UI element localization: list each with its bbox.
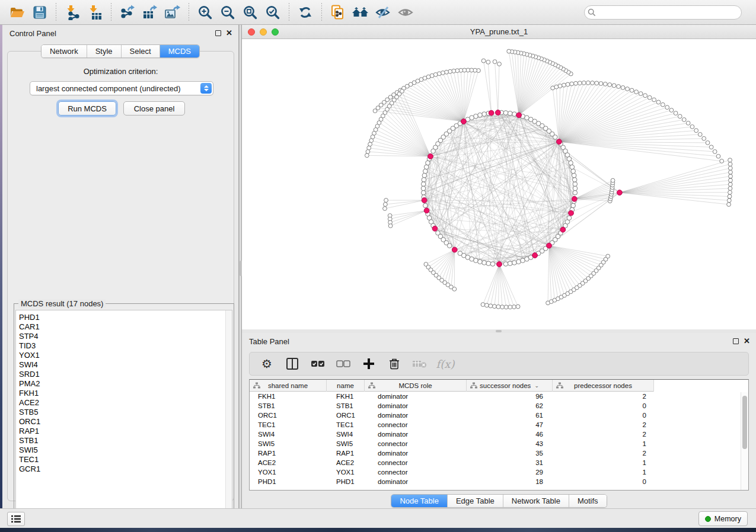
memory-button[interactable]: Memory	[698, 511, 748, 526]
tab-motifs[interactable]: Motifs	[569, 495, 607, 507]
graph-leaf-node[interactable]	[388, 224, 393, 228]
graph-leaf-node[interactable]	[492, 305, 496, 309]
graph-leaf-node[interactable]	[595, 81, 599, 85]
table-cell[interactable]: YOX1	[250, 469, 327, 476]
table-cell[interactable]: SWI5	[250, 440, 327, 447]
select-all-icon[interactable]	[310, 356, 326, 371]
graph-edge[interactable]	[430, 156, 575, 180]
mcds-result-item[interactable]: TEC1	[19, 455, 232, 464]
table-cell[interactable]: dominator	[365, 431, 467, 438]
graph-node[interactable]	[482, 112, 487, 117]
graph-node[interactable]	[573, 191, 578, 196]
table-cell[interactable]: dominator	[365, 450, 467, 457]
mcds-result-item[interactable]: RAP1	[19, 427, 232, 436]
graph-edge[interactable]	[425, 206, 454, 250]
mcds-result-item[interactable]: SWI4	[19, 360, 232, 370]
table-cell[interactable]: STB1	[250, 402, 327, 409]
graph-edge[interactable]	[559, 89, 627, 142]
graph-leaf-node[interactable]	[603, 82, 607, 86]
graph-hub-node[interactable]	[497, 262, 502, 267]
mcds-result-item[interactable]: ACE2	[19, 398, 232, 408]
graph-hub-node[interactable]	[569, 210, 574, 216]
graph-leaf-node[interactable]	[516, 305, 520, 309]
graph-leaf-node[interactable]	[608, 83, 612, 87]
graph-edge[interactable]	[399, 94, 430, 156]
graph-node[interactable]	[424, 165, 429, 169]
tab-node-table[interactable]: Node Table	[391, 495, 448, 507]
graph-leaf-node[interactable]	[496, 305, 500, 309]
graph-leaf-node[interactable]	[497, 62, 502, 66]
mcds-result-item[interactable]: STB5	[19, 408, 232, 417]
graph-leaf-node[interactable]	[366, 150, 370, 154]
open-file-icon[interactable]	[8, 4, 26, 21]
graph-leaf-node[interactable]	[486, 60, 490, 64]
table-cell[interactable]: RAP1	[327, 450, 365, 457]
graph-edge[interactable]	[559, 102, 659, 142]
run-mcds-button[interactable]: Run MCDS	[58, 101, 116, 116]
table-cell[interactable]: dominator	[365, 402, 467, 409]
graph-edge[interactable]	[376, 130, 430, 156]
graph-leaf-node[interactable]	[716, 154, 720, 158]
graph-leaf-node[interactable]	[729, 178, 733, 182]
graph-hub-node[interactable]	[432, 226, 438, 231]
graph-leaf-node[interactable]	[554, 85, 559, 89]
delete-column-icon[interactable]	[387, 356, 402, 371]
graph-leaf-node[interactable]	[702, 136, 706, 140]
graph-edge[interactable]	[490, 264, 499, 306]
graph-leaf-node[interactable]	[706, 141, 710, 145]
network-window-titlebar[interactable]: YPA_prune.txt_1	[242, 25, 756, 39]
graph-leaf-node[interactable]	[652, 98, 656, 102]
graph-edge[interactable]	[620, 193, 729, 200]
table-cell[interactable]: 1	[553, 459, 654, 466]
graph-leaf-node[interactable]	[647, 95, 652, 100]
criterion-select[interactable]: largest connected component (undirected)	[30, 81, 213, 95]
table-cell[interactable]: YOX1	[327, 469, 365, 476]
graph-node[interactable]	[508, 111, 512, 116]
table-cell[interactable]: 0	[553, 478, 654, 485]
search-input[interactable]	[584, 5, 742, 20]
mcds-result-item[interactable]: PMA2	[19, 379, 232, 389]
table-cell[interactable]: ORC1	[327, 412, 365, 419]
graph-leaf-node[interactable]	[445, 70, 449, 74]
graph-leaf-node[interactable]	[728, 187, 732, 191]
graph-leaf-node[interactable]	[720, 159, 724, 164]
mcds-result-item[interactable]: SWI5	[19, 446, 232, 455]
graph-hub-node[interactable]	[556, 139, 562, 145]
float-panel-icon[interactable]	[733, 338, 739, 344]
close-panel-button[interactable]: Close panel	[123, 101, 185, 116]
graph-leaf-node[interactable]	[484, 303, 489, 307]
table-row[interactable]: YOX1YOX1connector291	[250, 467, 748, 477]
graph-leaf-node[interactable]	[481, 303, 485, 307]
graph-leaf-node[interactable]	[643, 94, 647, 98]
graph-leaf-node[interactable]	[626, 87, 630, 91]
graph-node[interactable]	[482, 261, 487, 265]
graph-node[interactable]	[570, 165, 575, 169]
table-row[interactable]: ORC1ORC1dominator610	[250, 411, 748, 420]
table-cell[interactable]: RAP1	[250, 450, 327, 457]
graph-leaf-node[interactable]	[727, 198, 731, 203]
export-image-icon[interactable]	[164, 4, 181, 21]
graph-node[interactable]	[478, 113, 483, 117]
table-row[interactable]: FKH1FKH1dominator962	[250, 392, 748, 401]
mcds-list-scrollbar[interactable]	[225, 310, 232, 521]
table-cell[interactable]: ORC1	[250, 412, 327, 419]
graph-edge[interactable]	[484, 61, 492, 113]
mcds-result-item[interactable]: SRD1	[19, 370, 232, 379]
graph-hub-node[interactable]	[461, 119, 467, 124]
graph-edge[interactable]	[556, 87, 559, 142]
table-cell[interactable]: 43	[467, 440, 553, 447]
graph-leaf-node[interactable]	[728, 182, 732, 187]
table-cell[interactable]: PHD1	[250, 478, 327, 485]
table-row[interactable]: ACE2ACE2connector311	[250, 458, 748, 467]
graph-leaf-node[interactable]	[578, 81, 582, 85]
import-network-icon[interactable]	[63, 4, 81, 21]
mcds-result-item[interactable]: PHD1	[19, 313, 232, 322]
graph-edge[interactable]	[385, 200, 425, 204]
table-cell[interactable]: 29	[467, 469, 553, 476]
split-view-icon[interactable]	[285, 356, 300, 371]
graph-leaf-node[interactable]	[665, 105, 669, 110]
table-cell[interactable]: 35	[467, 450, 553, 457]
graph-leaf-node[interactable]	[728, 194, 732, 198]
graph-leaf-node[interactable]	[368, 142, 372, 146]
table-row[interactable]: SWI4SWI4dominator462	[250, 430, 748, 439]
